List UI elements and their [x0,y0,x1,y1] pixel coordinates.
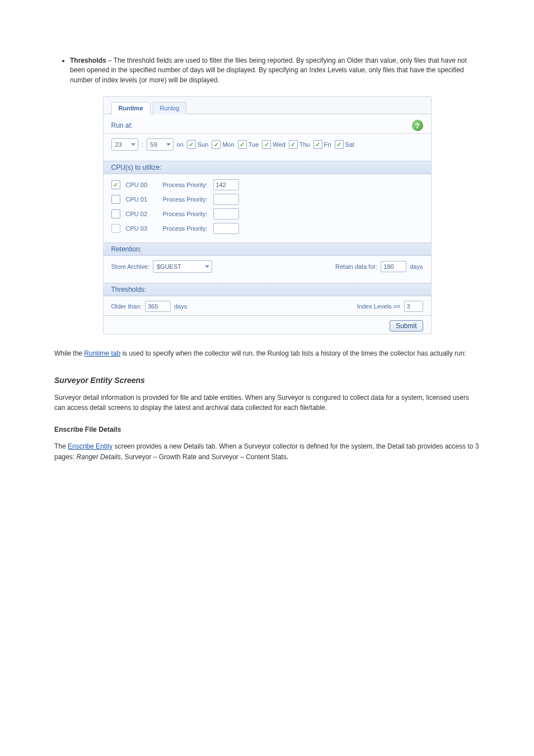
day-label-mon: Mon [222,141,234,148]
cpu-label-3: CPU 03 [126,225,157,232]
tab-runlog[interactable]: Runlog [153,102,187,114]
help-icon[interactable]: ? [412,120,423,131]
cpu-row-3: CPU 03Process Priority: [111,221,423,236]
day-label-sun: Sun [198,141,209,148]
surveyor-entity-paragraph: Surveyor detail information is provided … [54,393,480,413]
cpu-checkbox-2[interactable] [111,209,120,218]
cpu-priority-label-2: Process Priority: [163,211,208,217]
index-levels-input[interactable]: 3 [404,301,423,312]
hour-select[interactable]: 23 [111,138,138,151]
day-label-thu: Thu [299,141,310,148]
thresholds-head-label: Thresholds: [111,286,147,293]
older-days-unit: days [174,303,187,310]
day-checkbox-tue[interactable] [238,140,247,149]
day-sat: Sat [335,140,355,149]
cpu-label-1: CPU 01 [126,196,157,203]
run-at-row: 23 : 59 on SunMonTueWedThuFriSat [104,135,431,154]
runtime-tab-link[interactable]: Runtime tab [84,349,120,357]
time-colon: : [142,141,143,148]
cpu-row-0: CPU 00Process Priority:142 [111,178,423,192]
run-at-head: Run at: ? [104,114,431,134]
cpu-priority-input-3[interactable] [213,223,239,234]
cpu-checkbox-1[interactable] [111,195,120,204]
older-than-label: Older than: [111,303,142,310]
cpu-row-2: CPU 02Process Priority: [111,207,423,221]
index-levels-label: Index Levels >= [357,303,401,310]
day-thu: Thu [289,140,310,149]
p3c: , Surveyor – Growth Rate and Surveyor – … [121,453,288,461]
cpu-label-0: CPU 00 [126,181,157,188]
retain-data-label: Retain data for: [335,263,377,270]
retain-days-unit: days [410,263,423,270]
run-at-label: Run at: [111,122,133,129]
submit-row: Submit [104,315,431,334]
p3a: The [54,442,68,450]
day-fri: Fri [313,140,331,149]
cpu-label-2: CPU 02 [126,211,157,217]
enscribe-paragraph: The Enscribe Entity screen provides a ne… [54,441,480,462]
day-label-fri: Fri [324,141,331,148]
day-checkbox-thu[interactable] [289,140,298,149]
store-archive-label: Store Archive: [111,263,149,270]
cpu-checkbox-0[interactable] [111,180,120,189]
older-than-input[interactable]: 365 [145,301,171,312]
retention-row: Store Archive: $GUEST Retain data for: 1… [104,257,431,276]
cpu-priority-input-1[interactable] [213,194,239,205]
minute-select[interactable]: 59 [147,138,174,151]
day-mon: Mon [212,140,234,149]
cpu-priority-label-0: Process Priority: [163,181,208,188]
submit-button[interactable]: Submit [390,320,423,332]
day-label-sat: Sat [345,141,355,148]
on-label: on [177,141,184,148]
thresholds-text: – The threshold fields are used to filte… [70,57,467,84]
day-checkbox-sat[interactable] [335,140,344,149]
day-label-wed: Wed [273,141,285,148]
day-checkbox-mon[interactable] [212,140,221,149]
retain-data-input[interactable]: 180 [381,261,406,272]
cpu-section-head: CPU(s) to utilize: [104,161,431,174]
thresholds-description: Thresholds – The threshold fields are us… [70,56,480,85]
runtime-runlog-paragraph: While the Runtime tab is used to specify… [54,348,480,359]
cpu-priority-label-1: Process Priority: [163,196,208,203]
day-checkbox-fri[interactable] [313,140,322,149]
surveyor-entity-heading: Surveyor Entity Screens [54,376,480,385]
retention-head: Retention: [104,242,431,256]
thresholds-head: Thresholds: [104,283,431,296]
cpu-priority-label-3: Process Priority: [163,225,208,232]
cpu-section-label: CPU(s) to utilize: [111,164,162,171]
retention-label: Retention: [111,245,142,253]
tab-runtime[interactable]: Runtime [111,102,151,114]
p1a: While the [54,349,84,357]
cpu-checkbox-3[interactable] [111,224,120,233]
day-sun: Sun [187,140,209,149]
day-checkbox-wed[interactable] [262,140,271,149]
thresholds-term: Thresholds [70,57,106,64]
tab-row: Runtime Runlog [104,97,431,114]
thresholds-row: Older than: 365 days Index Levels >= 3 [104,297,431,315]
cpu-row-1: CPU 01Process Priority: [111,192,423,207]
enscribe-entity-link[interactable]: Enscribe Entity [68,442,113,450]
day-tue: Tue [238,140,259,149]
cpu-priority-input-2[interactable] [213,208,239,220]
store-archive-select[interactable]: $GUEST [153,260,212,273]
ranger-details-text: Ranger Details [76,453,120,461]
cpu-priority-input-0[interactable]: 142 [213,179,239,190]
day-checkbox-sun[interactable] [187,140,196,149]
day-label-tue: Tue [249,141,259,148]
p1b: is used to specify when the collector wi… [120,349,466,357]
runtime-panel: Runtime Runlog Run at: ? 23 : 59 on SunM… [103,96,432,334]
day-wed: Wed [262,140,285,149]
enscribe-heading: Enscribe File Details [54,426,480,433]
